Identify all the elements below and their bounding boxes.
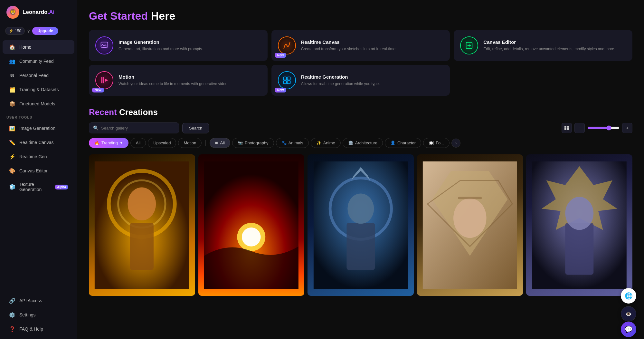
sidebar-item-realtime-canvas[interactable]: ✏️ Realtime Canvas [3, 136, 74, 149]
filter-tab-anime[interactable]: ✨ Anime [311, 138, 341, 148]
filter-tab-label: All [220, 140, 224, 145]
search-row: 🔍 Search − + [89, 122, 632, 133]
filter-tab-animals[interactable]: 🐾 Animals [276, 138, 309, 148]
support-chat-button[interactable]: 💬 [621, 322, 636, 337]
realtime-icon: ⚡ [9, 153, 15, 160]
filter-tab-photography[interactable]: 📷 Photography [232, 138, 274, 148]
feature-card-realtime-canvas[interactable]: Realtime Canvas Create and transform you… [271, 30, 450, 61]
filter-tab-architecture[interactable]: 🏛️ Architecture [343, 138, 383, 148]
logo-avatar: 🦁 [6, 6, 19, 19]
feature-card-canvas-editor[interactable]: Canvas Editor Edit, refine, add details,… [454, 30, 632, 61]
image-card[interactable] [526, 154, 632, 296]
svg-rect-10 [567, 128, 569, 130]
filter-tab-food[interactable]: 🍽️ Fo... [423, 138, 450, 148]
image-card[interactable] [417, 154, 523, 296]
card-title: Motion [118, 74, 229, 80]
svg-point-27 [453, 198, 487, 238]
animals-icon: 🐾 [281, 140, 287, 145]
feature-card-motion[interactable]: Motion Watch your ideas come to life in … [89, 65, 268, 96]
main-content: Get Started Here Image Generation Genera… [77, 0, 644, 339]
api-icon: 🔗 [9, 297, 15, 304]
zoom-slider[interactable] [587, 125, 620, 131]
zoom-in-button[interactable]: + [622, 123, 632, 133]
upgrade-button[interactable]: Upgrade [32, 27, 58, 35]
svg-rect-28 [458, 197, 482, 199]
sidebar-item-faq-help[interactable]: ❓ FAQ & Help [3, 322, 74, 336]
sidebar-item-settings[interactable]: ⚙️ Settings [3, 308, 74, 322]
models-icon: 📦 [9, 101, 15, 107]
image-grid [89, 154, 632, 296]
image-placeholder [89, 154, 195, 296]
help-icon[interactable]: ? [27, 29, 30, 34]
sidebar-item-label: Image Generation [19, 126, 55, 131]
svg-rect-4 [287, 77, 290, 80]
feature-card-image-generation[interactable]: Image Generation Generate art, illustrat… [89, 30, 268, 61]
sidebar-item-finetuned-models[interactable]: 📦 Finetuned Models [3, 97, 74, 111]
feature-card-realtime-generation[interactable]: Realtime Generation Allows for real-time… [271, 65, 450, 96]
sidebar-item-training-datasets[interactable]: 🗂️ Training & Datasets [3, 83, 74, 96]
sidebar-item-label: Community Feed [19, 59, 54, 64]
sidebar-item-community-feed[interactable]: 👥 Community Feed [3, 54, 74, 68]
sidebar-item-texture-generation[interactable]: 🧊 Texture Generation Alpha [3, 178, 74, 196]
image-card[interactable] [198, 154, 305, 296]
sidebar-item-api-access[interactable]: 🔗 API Access [3, 294, 74, 307]
filter-tab-trending[interactable]: 🔥 Trending ▼ [89, 138, 128, 148]
search-button[interactable]: Search [182, 123, 209, 133]
sidebar-item-realtime-gen[interactable]: ⚡ Realtime Gen [3, 150, 74, 163]
logo-area: 🦁 Leonardo.Ai [0, 0, 77, 24]
texture-icon: 🧊 [9, 184, 15, 190]
motion-card-icon [95, 71, 113, 89]
sidebar-item-label: Texture Generation [19, 182, 50, 192]
svg-point-22 [347, 194, 374, 224]
sidebar-item-home[interactable]: 🏠 Home [3, 40, 74, 54]
realtime-canvas-card-icon [278, 36, 296, 54]
card-title: Image Generation [118, 39, 203, 45]
filter-tab-all[interactable]: All [130, 138, 146, 148]
sidebar-item-label: Realtime Gen [19, 154, 47, 159]
image-card[interactable] [308, 154, 414, 296]
sidebar-item-image-generation[interactable]: 🖼️ Image Generation [3, 121, 74, 135]
sidebar-item-label: Canvas Editor [19, 168, 48, 173]
sidebar-item-personal-feed[interactable]: 88 Personal Feed [3, 69, 74, 82]
filter-tab-label: Character [397, 140, 416, 145]
card-description: Generate art, illustrations and more wit… [118, 46, 203, 52]
filter-tabs-next-button[interactable]: › [451, 139, 460, 148]
sidebar-item-label: FAQ & Help [19, 326, 43, 332]
filter-tab-label: Upscaled [153, 140, 171, 145]
translate-button[interactable]: 🌐 [621, 288, 636, 304]
svg-point-15 [128, 188, 156, 221]
card-description: Watch your ideas come to life in moments… [118, 81, 229, 87]
search-icon: 🔍 [93, 125, 99, 131]
image-placeholder [526, 154, 632, 296]
zoom-out-button[interactable]: − [574, 123, 585, 133]
new-badge: New [92, 88, 104, 92]
eye-icon: 👁️ [625, 311, 632, 317]
filter-tab-label: Motion [184, 140, 196, 145]
filter-tab-label: All [136, 140, 140, 145]
search-input[interactable] [101, 126, 175, 131]
grid-icon: ⊞ [215, 141, 218, 145]
card-description: Edit, refine, add details, remove unwant… [483, 46, 615, 52]
svg-point-32 [565, 197, 593, 230]
user-tools-label: User Tools [0, 111, 77, 121]
sidebar: 🦁 Leonardo.Ai ⚡ 150 ? Upgrade 🏠 Home 👥 C… [0, 0, 77, 339]
realtime-canvas-card-text: Realtime Canvas Create and transform you… [301, 39, 397, 52]
sidebar-item-canvas-editor[interactable]: 🎨 Canvas Editor [3, 164, 74, 178]
faq-icon: ❓ [9, 326, 15, 332]
filter-tab-character[interactable]: 👤 Character [385, 138, 421, 148]
filter-tab-upscaled[interactable]: Upscaled [148, 138, 176, 148]
svg-rect-1 [102, 47, 106, 48]
filter-tab-motion[interactable]: Motion [178, 138, 202, 148]
new-badge: New [275, 88, 287, 92]
image-card[interactable] [89, 154, 195, 296]
filter-tab-all2[interactable]: ⊞ All [210, 138, 230, 148]
image-placeholder [198, 154, 305, 296]
filter-tab-label: Photography [245, 140, 269, 145]
chat-eye-button[interactable]: 👁️ [621, 306, 636, 322]
grid-view-button[interactable] [562, 123, 572, 133]
svg-rect-14 [130, 223, 154, 270]
camera-icon: 📷 [238, 140, 243, 145]
filter-tab-label: Animals [289, 140, 303, 145]
credits-value: 150 [15, 29, 21, 33]
card-title: Realtime Generation [301, 74, 380, 80]
